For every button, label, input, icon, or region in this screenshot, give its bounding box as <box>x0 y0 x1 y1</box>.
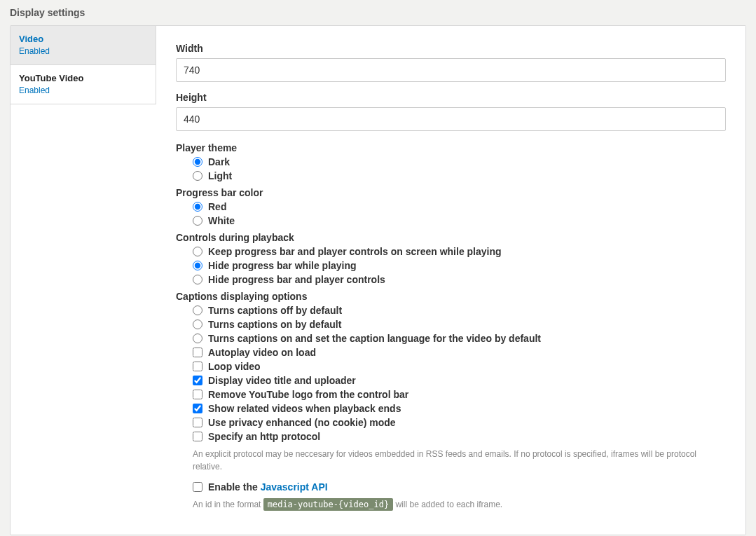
height-input[interactable] <box>176 107 726 131</box>
radio-red-row: Red <box>193 200 726 214</box>
tab-video[interactable]: Video Enabled <box>11 26 156 65</box>
width-label: Width <box>176 43 726 54</box>
checkbox-loop-row: Loop video <box>193 359 726 373</box>
radio-cap-on-label: Turns captions on by default <box>208 319 341 330</box>
checkbox-http[interactable] <box>193 432 202 441</box>
checkbox-remove-logo[interactable] <box>193 390 202 399</box>
radio-hide-both-label: Hide progress bar and player controls <box>208 274 385 285</box>
radio-keep[interactable] <box>193 247 202 256</box>
jsapi-help-prefix: An id in the format <box>193 500 263 509</box>
settings-content: Width Height Player theme Dark Light Pro… <box>156 26 745 535</box>
checkbox-autoplay-row: Autoplay video on load <box>193 345 726 359</box>
section-title: Display settings <box>10 7 746 18</box>
checkbox-related-row: Show related videos when playback ends <box>193 401 726 415</box>
radio-white-label: White <box>208 215 235 226</box>
jsapi-prefix: Enable the <box>208 481 261 493</box>
checkbox-display-title-row: Display video title and uploader <box>193 373 726 387</box>
checkbox-loop-label: Loop video <box>208 361 261 372</box>
checkbox-http-row: Specify an http protocol <box>193 430 726 444</box>
checkbox-privacy-label: Use privacy enhanced (no cookie) mode <box>208 417 396 428</box>
tab-status: Enabled <box>19 46 147 57</box>
checkbox-related[interactable] <box>193 404 202 413</box>
radio-light-label: Light <box>208 170 232 181</box>
radio-dark[interactable] <box>193 157 202 167</box>
jsapi-help-suffix: will be added to each iframe. <box>395 500 502 509</box>
radio-white-row: White <box>193 214 726 228</box>
checkbox-related-label: Show related videos when playback ends <box>208 403 401 414</box>
height-label: Height <box>176 92 726 103</box>
tab-status: Enabled <box>19 85 147 97</box>
checkbox-autoplay[interactable] <box>193 348 202 357</box>
javascript-api-link[interactable]: Javascript API <box>261 481 328 493</box>
checkbox-display-title[interactable] <box>193 376 202 385</box>
radio-cap-lang-label: Turns captions on and set the caption la… <box>208 333 541 344</box>
tab-title: Video <box>19 33 147 46</box>
radio-cap-off-row: Turns captions off by default <box>193 303 726 317</box>
radio-hide-progress[interactable] <box>193 261 202 270</box>
controls-label: Controls during playback <box>176 232 726 243</box>
checkbox-http-label: Specify an http protocol <box>208 431 320 442</box>
checkbox-loop[interactable] <box>193 362 202 371</box>
checkbox-display-title-label: Display video title and uploader <box>208 375 356 386</box>
tabs-list: Video Enabled YouTube Video Enabled <box>11 26 156 104</box>
radio-light-row: Light <box>193 169 726 183</box>
radio-keep-row: Keep progress bar and player controls on… <box>193 245 726 259</box>
checkbox-jsapi-row: Enable the Javascript API <box>193 480 726 494</box>
http-help-text: An explicit protocol may be neccesary fo… <box>193 448 726 473</box>
captions-label: Captions displaying options <box>176 291 726 302</box>
radio-white[interactable] <box>193 216 202 226</box>
checkbox-jsapi[interactable] <box>193 482 202 492</box>
tab-title: YouTube Video <box>19 72 147 85</box>
jsapi-help-text: An id in the format media-youtube-{video… <box>193 498 726 511</box>
radio-hide-progress-row: Hide progress bar while playing <box>193 259 726 273</box>
radio-cap-off[interactable] <box>193 305 202 315</box>
radio-cap-on-row: Turns captions on by default <box>193 317 726 331</box>
radio-light[interactable] <box>193 171 202 181</box>
checkbox-privacy[interactable] <box>193 418 202 427</box>
checkbox-autoplay-label: Autoplay video on load <box>208 347 316 358</box>
radio-keep-label: Keep progress bar and player controls on… <box>208 246 502 257</box>
progress-color-label: Progress bar color <box>176 187 726 198</box>
checkbox-remove-logo-label: Remove YouTube logo from the control bar <box>208 389 408 400</box>
checkbox-remove-logo-row: Remove YouTube logo from the control bar <box>193 387 726 401</box>
radio-hide-both[interactable] <box>193 275 202 284</box>
radio-cap-lang-row: Turns captions on and set the caption la… <box>193 331 726 345</box>
radio-red[interactable] <box>193 202 202 212</box>
player-theme-label: Player theme <box>176 142 726 153</box>
radio-red-label: Red <box>208 201 226 212</box>
radio-cap-lang[interactable] <box>193 334 202 343</box>
radio-hide-progress-label: Hide progress bar while playing <box>208 260 357 271</box>
checkbox-privacy-row: Use privacy enhanced (no cookie) mode <box>193 415 726 430</box>
radio-hide-both-row: Hide progress bar and player controls <box>193 273 726 287</box>
radio-cap-on[interactable] <box>193 319 202 329</box>
tab-youtube-video[interactable]: YouTube Video Enabled <box>11 65 156 104</box>
radio-dark-label: Dark <box>208 156 230 167</box>
radio-dark-row: Dark <box>193 155 726 169</box>
width-input[interactable] <box>176 58 726 82</box>
jsapi-help-code: media-youtube-{video_id} <box>263 498 393 511</box>
settings-panel: Video Enabled YouTube Video Enabled Widt… <box>10 25 746 535</box>
checkbox-jsapi-label: Enable the Javascript API <box>208 481 328 493</box>
radio-cap-off-label: Turns captions off by default <box>208 305 342 316</box>
